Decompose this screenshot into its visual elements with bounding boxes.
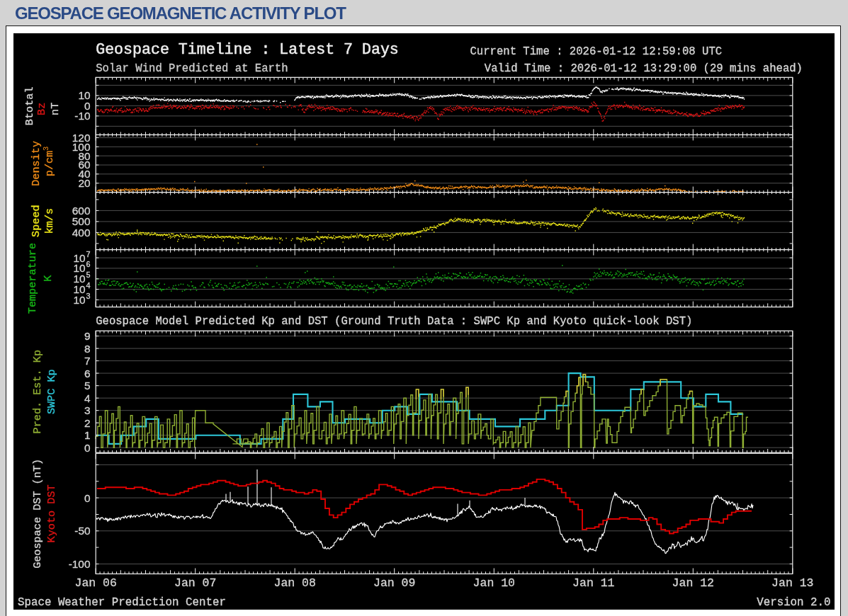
svg-text:Space Weather Prediction Cente: Space Weather Prediction Center xyxy=(18,596,226,609)
svg-text:km/s: km/s xyxy=(43,208,56,234)
svg-text:600: 600 xyxy=(72,205,91,217)
svg-text:500: 500 xyxy=(72,215,91,227)
svg-text:Temperature: Temperature xyxy=(26,243,39,314)
svg-text:Jan 10: Jan 10 xyxy=(473,576,515,590)
svg-text:Geospace Model Predicted Kp an: Geospace Model Predicted Kp and DST (Gro… xyxy=(96,315,692,328)
svg-text:9: 9 xyxy=(84,330,91,342)
svg-text:-100: -100 xyxy=(69,558,91,570)
svg-text:4: 4 xyxy=(84,392,91,404)
svg-text:Jan 11: Jan 11 xyxy=(572,576,615,590)
svg-text:Jan 06: Jan 06 xyxy=(74,576,116,590)
svg-text:-50: -50 xyxy=(74,525,90,537)
svg-text:Valid Time : 2026-01-12 13:29:: Valid Time : 2026-01-12 13:29:00 (29 min… xyxy=(485,62,803,75)
svg-text:6: 6 xyxy=(84,367,91,380)
svg-text:10: 10 xyxy=(73,294,85,306)
svg-text:Version 2.0: Version 2.0 xyxy=(757,596,830,609)
svg-text:10: 10 xyxy=(73,262,85,274)
svg-text:3: 3 xyxy=(84,404,91,416)
svg-text:Jan 09: Jan 09 xyxy=(373,576,415,590)
svg-text:SWPC Kp: SWPC Kp xyxy=(45,369,58,414)
svg-text:Bz: Bz xyxy=(36,103,49,115)
svg-text:Jan 07: Jan 07 xyxy=(174,576,216,590)
svg-text:6: 6 xyxy=(86,260,91,268)
svg-text:Pred. Est. Kp: Pred. Est. Kp xyxy=(31,350,44,433)
svg-text:Jan 13: Jan 13 xyxy=(771,576,813,590)
svg-text:nT: nT xyxy=(50,103,62,115)
svg-text:7: 7 xyxy=(86,250,91,258)
svg-text:10: 10 xyxy=(73,252,85,264)
svg-text:8: 8 xyxy=(84,343,91,355)
svg-text:400: 400 xyxy=(72,227,91,239)
svg-text:7: 7 xyxy=(84,355,91,367)
svg-text:2: 2 xyxy=(84,417,91,429)
svg-text:10: 10 xyxy=(73,283,85,295)
svg-text:5: 5 xyxy=(84,380,91,392)
svg-text:3: 3 xyxy=(43,147,51,151)
svg-text:5: 5 xyxy=(86,270,91,279)
svg-text:Btotal: Btotal xyxy=(24,86,37,125)
svg-text:-10: -10 xyxy=(74,110,90,122)
svg-text:Speed: Speed xyxy=(30,205,43,237)
svg-text:K: K xyxy=(42,275,55,282)
svg-text:10: 10 xyxy=(73,273,85,285)
svg-text:120: 120 xyxy=(72,132,91,144)
svg-text:0: 0 xyxy=(84,492,91,504)
svg-text:Kyoto DST: Kyoto DST xyxy=(45,484,58,542)
svg-text:Density: Density xyxy=(30,141,43,186)
svg-text:0: 0 xyxy=(84,442,91,454)
svg-text:Jan 08: Jan 08 xyxy=(273,576,315,590)
svg-text:Current Time : 2026-01-12 12:5: Current Time : 2026-01-12 12:59:08 UTC xyxy=(470,45,723,58)
svg-text:3: 3 xyxy=(86,292,91,300)
svg-text:Solar Wind Predicted at Earth: Solar Wind Predicted at Earth xyxy=(96,62,288,75)
svg-text:p/cm: p/cm xyxy=(43,151,56,176)
svg-text:Geospace DST (nT): Geospace DST (nT) xyxy=(31,459,44,569)
svg-text:Jan 12: Jan 12 xyxy=(672,576,714,590)
svg-text:4: 4 xyxy=(86,281,91,290)
svg-text:Geospace Timeline : Latest 7 D: Geospace Timeline : Latest 7 Days xyxy=(96,41,399,58)
svg-text:1: 1 xyxy=(84,429,91,441)
